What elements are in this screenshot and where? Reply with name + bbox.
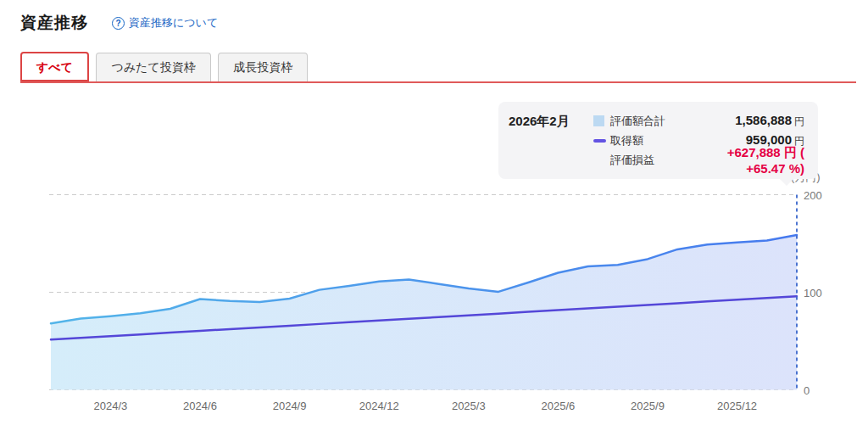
tab-all[interactable]: すべて [20, 52, 89, 81]
valuation-label: 評価額合計 [610, 114, 688, 129]
tooltip-row-valuation: 評価額合計 1,586,888円 [593, 113, 804, 129]
svg-text:2025/9: 2025/9 [631, 400, 665, 412]
asset-transition-chart[interactable]: 0100200(万円)2024/32024/62024/92024/122025… [0, 0, 868, 442]
chart-tooltip: 2026年2月 評価額合計 1,586,888円 取得額 959,000円 評価… [498, 102, 818, 179]
tooltip-rows: 評価額合計 1,586,888円 取得額 959,000円 評価損益 +627,… [593, 113, 804, 168]
tooltip-date: 2026年2月 [509, 113, 593, 168]
tooltip-tail-icon [779, 178, 794, 186]
svg-text:2025/6: 2025/6 [542, 400, 576, 412]
svg-text:2025/12: 2025/12 [717, 400, 757, 412]
tooltip-row-profit: 評価損益 +627,888 円 ( +65.47 %) [593, 152, 804, 168]
svg-text:2024/12: 2024/12 [359, 400, 399, 412]
svg-text:2025/3: 2025/3 [452, 400, 486, 412]
svg-text:2024/6: 2024/6 [183, 400, 217, 412]
valuation-unit: 円 [794, 115, 804, 127]
acquisition-label: 取得額 [610, 133, 688, 148]
profit-value: +627,888 円 ( +65.47 %) [688, 145, 804, 176]
svg-text:0: 0 [804, 384, 810, 397]
svg-text:100: 100 [804, 287, 822, 299]
svg-text:2024/3: 2024/3 [94, 400, 128, 412]
valuation-value: 1,586,888円 [688, 113, 804, 129]
acquisition-line-swatch [593, 139, 610, 143]
svg-text:200: 200 [804, 189, 822, 202]
profit-label: 評価損益 [610, 153, 688, 168]
svg-text:2024/9: 2024/9 [273, 400, 307, 412]
valuation-area-swatch [593, 115, 610, 126]
